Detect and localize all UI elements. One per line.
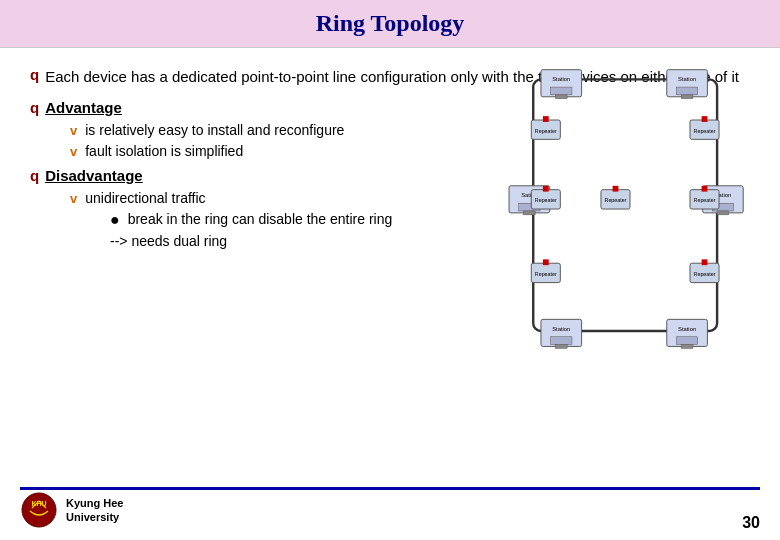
advantage-label: Advantage <box>45 99 122 116</box>
university-name: Kyung Hee University <box>66 496 123 525</box>
svg-rect-18 <box>551 337 572 345</box>
svg-rect-3 <box>555 95 567 99</box>
svg-rect-33 <box>543 259 549 265</box>
advantage-sub1-text: is relatively easy to install and reconf… <box>85 122 344 138</box>
svg-rect-23 <box>681 345 693 349</box>
slide: Ring Topology q Each device has a dedica… <box>0 0 780 540</box>
v-marker-2: v <box>70 144 77 159</box>
svg-text:Station: Station <box>678 76 696 82</box>
footer-left: KHU Kyung Hee University <box>20 491 123 529</box>
svg-text:Repeater: Repeater <box>694 197 716 203</box>
q-marker-1: q <box>30 66 39 83</box>
svg-text:Repeater: Repeater <box>694 128 716 134</box>
svg-rect-19 <box>555 345 567 349</box>
svg-rect-6 <box>676 87 697 95</box>
disadvantage-label: Disadvantage <box>45 167 143 184</box>
svg-rect-36 <box>702 116 708 122</box>
v-marker-1: v <box>70 123 77 138</box>
svg-text:Repeater: Repeater <box>535 128 557 134</box>
university-line2: University <box>66 510 123 524</box>
university-logo-icon: KHU <box>20 491 58 529</box>
svg-rect-11 <box>524 211 536 215</box>
university-line1: Kyung Hee <box>66 496 123 510</box>
footer: KHU Kyung Hee University 30 <box>0 485 780 540</box>
svg-rect-27 <box>543 116 549 122</box>
arrow-text: --> needs dual ring <box>110 233 227 249</box>
bullet-dot-1: ● <box>110 211 120 229</box>
page-number: 30 <box>742 514 760 532</box>
svg-text:Repeater: Repeater <box>535 197 557 203</box>
svg-rect-22 <box>676 337 697 345</box>
svg-rect-2 <box>551 87 572 95</box>
disadvantage-sub1-text: unidirectional traffic <box>85 190 205 206</box>
svg-text:Repeater: Repeater <box>694 271 716 277</box>
svg-rect-7 <box>681 95 693 99</box>
q-marker-dis: q <box>30 167 39 184</box>
svg-point-46 <box>22 493 56 527</box>
svg-text:Station: Station <box>678 326 696 332</box>
svg-rect-39 <box>702 186 708 192</box>
advantage-sub2-text: fault isolation is simplified <box>85 143 243 159</box>
svg-rect-45 <box>613 186 619 192</box>
svg-text:Station: Station <box>552 76 570 82</box>
title-bar: Ring Topology <box>0 0 780 48</box>
svg-rect-42 <box>702 259 708 265</box>
svg-text:Repeater: Repeater <box>605 197 627 203</box>
slide-title: Ring Topology <box>316 10 465 36</box>
ring-topology-diagram: Station Station Sation Sation Station <box>500 60 760 360</box>
svg-rect-15 <box>717 211 729 215</box>
disadvantage-subsub1-text: break in the ring can disable the entire… <box>128 211 393 227</box>
q-marker-adv: q <box>30 99 39 116</box>
svg-rect-30 <box>543 186 549 192</box>
svg-text:Repeater: Repeater <box>535 271 557 277</box>
svg-text:Station: Station <box>552 326 570 332</box>
v-marker-3: v <box>70 191 77 206</box>
